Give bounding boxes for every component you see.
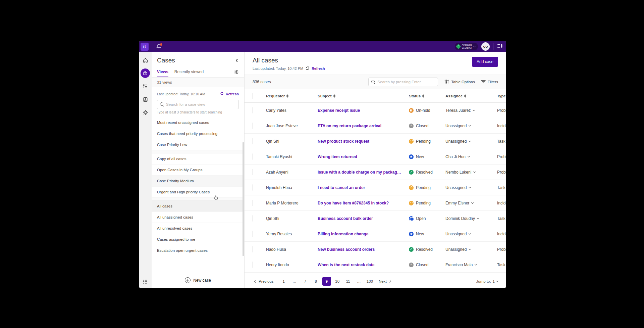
cell-assignee-dropdown[interactable]: Nembo Lukeni: [445, 170, 497, 175]
cell-subject-link[interactable]: Business account bulk order: [318, 216, 409, 221]
col-header-type[interactable]: Type: [497, 94, 506, 98]
cell-subject-link[interactable]: New product stock request: [318, 139, 409, 144]
row-checkbox[interactable]: [253, 138, 253, 144]
sort-icon: [286, 94, 288, 98]
row-checkbox[interactable]: [253, 169, 253, 175]
view-item[interactable]: Copy of all cases: [152, 153, 244, 165]
jump-to-dropdown[interactable]: Jump to: 1: [476, 279, 498, 283]
view-item[interactable]: Urgent and High priority Cases: [152, 187, 244, 198]
notifications-button[interactable]: [156, 44, 162, 50]
collapse-panel-button[interactable]: [236, 59, 239, 62]
view-item[interactable]: Case Priority Low: [152, 139, 244, 150]
cell-assignee-dropdown[interactable]: Teresa Juarez: [445, 108, 497, 113]
view-item[interactable]: Escalation open urgent cases: [152, 245, 244, 256]
row-checkbox[interactable]: [253, 153, 253, 160]
cell-subject-link[interactable]: Wrong item returned: [318, 154, 409, 159]
cases-refresh-button[interactable]: Refresh: [305, 66, 325, 71]
cell-assignee-dropdown[interactable]: Unassigned: [445, 247, 497, 252]
row-checkbox[interactable]: [253, 246, 253, 252]
page-button[interactable]: 100: [365, 277, 374, 286]
app-logo[interactable]: it: [141, 43, 149, 51]
col-header-status[interactable]: Status: [409, 94, 445, 98]
add-case-button[interactable]: Add case: [472, 57, 498, 67]
page-button[interactable]: 1: [279, 277, 288, 286]
row-checkbox[interactable]: [253, 123, 253, 129]
cell-subject-link[interactable]: When is the next restock date: [318, 263, 409, 267]
col-header-requester[interactable]: Requester: [266, 94, 318, 98]
cell-assignee-dropdown[interactable]: Unassigned: [445, 185, 497, 190]
view-item-hovered[interactable]: Case Priority Medium: [152, 176, 244, 187]
view-item[interactable]: All unresolved cases: [152, 223, 244, 234]
availability-selector[interactable]: Available 01:25:43: [455, 43, 478, 50]
row-checkbox[interactable]: [253, 262, 253, 268]
view-item[interactable]: Most recent unassigned cases: [152, 117, 244, 128]
cell-assignee-dropdown[interactable]: Unassigned: [445, 232, 497, 236]
page-button[interactable]: 8: [312, 277, 320, 286]
col-header-assignee[interactable]: Assignee: [445, 94, 497, 98]
rail-cases[interactable]: [141, 68, 150, 78]
view-search-input[interactable]: [166, 102, 236, 106]
new-case-button[interactable]: New case: [185, 277, 211, 283]
rail-home[interactable]: [141, 55, 150, 65]
row-checkbox[interactable]: [253, 215, 253, 222]
view-item-selected[interactable]: All cases: [152, 201, 244, 212]
table-options-button[interactable]: Table Options: [444, 79, 475, 85]
cell-subject-link[interactable]: Issue with a double charge on my package…: [318, 170, 409, 175]
cell-assignee-dropdown[interactable]: Unassigned: [445, 124, 497, 128]
views-count: 31 views: [152, 77, 244, 87]
cell-subject-link[interactable]: Billing information change: [318, 232, 409, 236]
page-button[interactable]: 10: [333, 277, 342, 286]
cell-assignee-dropdown[interactable]: Francisco Maia: [445, 263, 497, 267]
avatar[interactable]: CO: [481, 42, 490, 51]
rail-settings[interactable]: [141, 108, 150, 117]
view-item[interactable]: Open Cases in My Groups: [152, 165, 244, 176]
panels-icon: [497, 44, 503, 50]
tab-views[interactable]: Views: [157, 69, 168, 77]
cell-assignee-dropdown[interactable]: Dominik Doudny: [445, 216, 497, 221]
views-settings-button[interactable]: [234, 69, 239, 76]
view-item[interactable]: Cases that need priority processing: [152, 128, 244, 139]
row-checkbox[interactable]: [253, 184, 253, 191]
cell-type: Task: [497, 216, 505, 221]
row-checkbox[interactable]: [253, 200, 253, 206]
apps-grid-button[interactable]: [143, 279, 148, 284]
chevron-down-icon: [471, 201, 474, 203]
cell-subject-link[interactable]: New business account orders: [318, 247, 409, 252]
tab-recently-viewed[interactable]: Recently viewed: [174, 69, 204, 77]
view-item[interactable]: Cases assigned to me: [152, 234, 244, 245]
page-button-active[interactable]: 9: [322, 277, 331, 286]
notification-dot: [160, 43, 162, 46]
panels-button[interactable]: [497, 43, 503, 50]
views-scrollbar[interactable]: [243, 142, 244, 256]
views-group-separator: [152, 198, 244, 201]
rail-contacts[interactable]: [141, 95, 150, 104]
row-checkbox[interactable]: [253, 107, 253, 113]
cell-subject-link[interactable]: ETA on my return package arrival: [318, 124, 409, 128]
cell-type: Task: [497, 263, 505, 267]
cell-assignee-dropdown[interactable]: Cha Ji-Hun: [445, 154, 497, 159]
pagination-previous[interactable]: Previous: [255, 279, 274, 283]
cell-assignee-dropdown[interactable]: Emmy Elsner: [445, 201, 497, 205]
avatar-initials: CO: [483, 45, 488, 48]
view-item[interactable]: All unassigned cases: [152, 212, 244, 223]
pagination-next[interactable]: Next: [379, 279, 391, 283]
col-header-subject[interactable]: Subject: [318, 94, 409, 98]
select-all-checkbox[interactable]: [253, 93, 253, 99]
cell-requester: Yeray Rosales: [266, 232, 318, 236]
chevron-down-icon: [496, 279, 498, 282]
page-button[interactable]: 11: [344, 277, 353, 286]
page-ellipsis: …: [290, 277, 299, 286]
case-search-input[interactable]: [377, 80, 435, 84]
views-group-separator: [152, 150, 244, 153]
filters-button[interactable]: Filters: [481, 80, 498, 84]
row-checkbox[interactable]: [253, 231, 253, 237]
rail-queues[interactable]: [141, 82, 150, 91]
page-button[interactable]: 7: [301, 277, 310, 286]
views-refresh-button[interactable]: Refresh: [220, 91, 239, 96]
cell-subject-link[interactable]: I need to cancel an order: [318, 185, 409, 190]
plus-icon: [185, 277, 191, 283]
cell-subject-link[interactable]: Do you have item #8762345 in stock?: [318, 201, 409, 205]
cell-assignee-dropdown[interactable]: Unassigned: [445, 139, 497, 144]
cell-subject-link[interactable]: Expense receipt issue: [318, 108, 409, 113]
top-bar: it Available 01:25:43 CO: [139, 41, 506, 52]
